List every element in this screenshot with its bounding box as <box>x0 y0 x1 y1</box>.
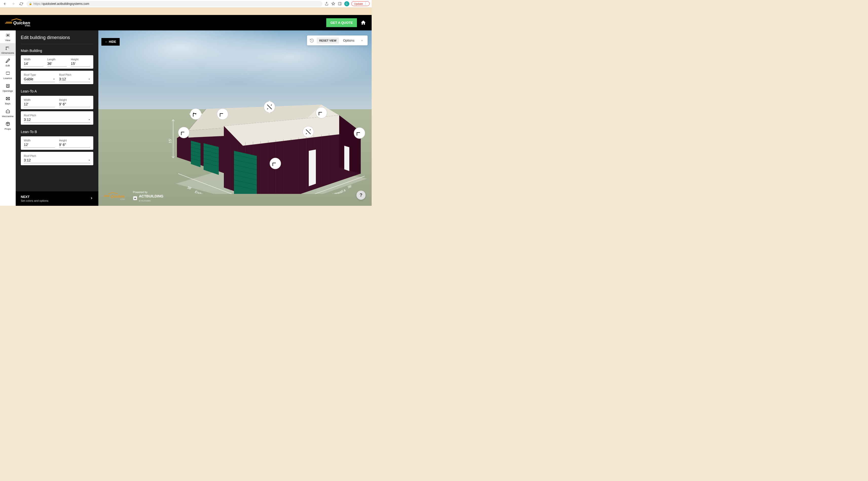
help-button[interactable]: ? <box>356 191 366 200</box>
svg-rect-13 <box>7 86 8 88</box>
browser-chrome: 🔒 https://quicksteel.actbuildingsystems.… <box>0 0 372 8</box>
update-button[interactable]: Update ⋮ <box>351 1 370 6</box>
chevron-down-icon <box>361 39 364 42</box>
act-building-logo: ACTBUILDINGSYSTEMS <box>133 194 163 202</box>
rail-bays[interactable]: Bays <box>0 94 16 106</box>
svg-point-71 <box>217 108 228 120</box>
share-icon[interactable] <box>324 2 329 6</box>
rail-dimensions[interactable]: Dimensions <box>0 43 16 56</box>
resize-handle[interactable] <box>316 107 327 118</box>
resize-handle[interactable] <box>303 126 314 137</box>
rail-mezzanine[interactable]: Mezzanine <box>0 106 16 119</box>
svg-point-77 <box>270 158 281 169</box>
resize-handle[interactable] <box>190 108 201 120</box>
svg-rect-78 <box>104 195 110 196</box>
cube-icon <box>5 121 11 127</box>
leanto-b-height-field[interactable]: Height 9' 6" <box>59 139 90 148</box>
dim-height-text: 15' <box>168 139 172 143</box>
svg-point-10 <box>6 47 6 47</box>
height-field[interactable]: Height 15' <box>71 58 90 67</box>
rail-label: Edit <box>6 64 10 67</box>
roof-pitch-field[interactable]: Roof Pitch 3:12▼ <box>59 73 90 82</box>
resize-handle[interactable] <box>217 108 228 120</box>
svg-rect-0 <box>338 2 341 5</box>
svg-rect-79 <box>103 196 110 197</box>
history-icon[interactable] <box>309 37 315 44</box>
resize-handle[interactable] <box>270 158 281 169</box>
rail-label: Bays <box>5 102 10 105</box>
eye-icon <box>5 32 11 38</box>
leanto-a-dimensions-card: Width 12' Height 9' 6" <box>21 96 93 109</box>
rail-leantos[interactable]: Leantos <box>0 68 16 81</box>
footer-credits: Quicken STEEL Powered by ACTBUILDINGSYST… <box>103 191 163 202</box>
rail-props[interactable]: Props <box>0 119 16 132</box>
leanto-a-width-field[interactable]: Width 12' <box>24 98 55 107</box>
next-label: NEXT <box>21 195 90 199</box>
url-bar[interactable]: 🔒 https://quicksteel.actbuildingsystems.… <box>26 1 322 7</box>
bays-icon <box>5 96 11 101</box>
svg-marker-61 <box>309 150 316 186</box>
view-controls: RESET VIEW Options <box>307 35 368 45</box>
resize-handle[interactable] <box>264 101 275 113</box>
leanto-a-height-field[interactable]: Height 9' 6" <box>59 98 90 107</box>
star-icon[interactable] <box>331 2 336 6</box>
svg-point-74 <box>178 127 189 138</box>
3d-viewport[interactable]: ← HIDE RESET VIEW Options <box>98 30 372 206</box>
rail-label: Openings <box>3 90 13 92</box>
svg-point-8 <box>8 35 8 35</box>
leanto-b-heading: Lean-To B <box>21 130 93 134</box>
svg-text:STEEL: STEEL <box>25 25 31 27</box>
svg-rect-2 <box>6 22 12 23</box>
rail-label: Props <box>5 127 11 130</box>
leanto-b-roof-pitch-field[interactable]: Roof Pitch 3:12▼ <box>24 154 90 163</box>
rail-openings[interactable]: Openings <box>0 81 16 94</box>
profile-avatar[interactable]: C <box>344 1 349 6</box>
leanto-icon <box>5 70 11 76</box>
openings-icon <box>5 83 11 89</box>
tab-strip-area <box>0 8 372 15</box>
chevron-right-icon <box>90 196 93 201</box>
length-field[interactable]: Length 36' <box>48 58 67 67</box>
back-button[interactable] <box>2 1 8 7</box>
reset-view-button[interactable]: RESET VIEW <box>317 37 339 43</box>
panel-icon[interactable] <box>338 2 342 6</box>
leanto-b-width-field[interactable]: Width 12' <box>24 139 55 148</box>
rail-label: Leantos <box>4 77 12 79</box>
rail-label: Mezzanine <box>2 115 14 118</box>
leanto-a-roof-pitch-field[interactable]: Roof Pitch 3:12▼ <box>24 114 90 123</box>
next-button[interactable]: NEXT Set colors and options <box>16 191 98 206</box>
get-quote-button[interactable]: GET A QUOTE <box>326 18 357 27</box>
rail-label: Dimensions <box>2 52 14 54</box>
svg-text:STEEL: STEEL <box>120 198 125 200</box>
powered-by-text: Powered by <box>133 191 163 194</box>
width-field[interactable]: Width 14' <box>24 58 43 67</box>
resize-handle[interactable] <box>354 127 365 139</box>
home-icon[interactable] <box>361 20 367 26</box>
pencil-icon <box>5 58 11 63</box>
svg-rect-12 <box>6 85 9 88</box>
rail-label: View <box>5 39 10 41</box>
quicken-steel-logo: Quicken STEEL <box>5 18 35 27</box>
svg-point-76 <box>354 127 365 139</box>
leanto-b-roof-card: Roof Pitch 3:12▼ <box>21 152 93 165</box>
icon-rail: View Dimensions Edit Leantos Openings Ba… <box>0 30 16 206</box>
forward-button[interactable] <box>10 1 16 7</box>
rail-edit[interactable]: Edit <box>0 56 16 68</box>
chevron-down-icon: ▼ <box>88 159 90 161</box>
roof-type-field[interactable]: Roof Type Gable▼ <box>24 73 55 82</box>
svg-rect-3 <box>5 23 12 24</box>
options-dropdown[interactable]: Options <box>340 37 366 44</box>
next-subtitle: Set colors and options <box>21 199 90 202</box>
panel-title: Edit building dimensions <box>21 35 93 44</box>
hide-panel-button[interactable]: ← HIDE <box>101 38 120 45</box>
svg-marker-26 <box>339 115 361 173</box>
rail-view[interactable]: View <box>0 30 16 43</box>
reload-button[interactable] <box>18 1 24 7</box>
building-3d-model[interactable]: 15' Endwall A 38' Sidewall A 36' <box>134 67 367 194</box>
resize-handle[interactable] <box>178 127 189 138</box>
mezzanine-icon <box>5 108 11 114</box>
chevron-down-icon: ▼ <box>88 78 90 81</box>
svg-point-11 <box>8 47 8 47</box>
svg-text:Quicken: Quicken <box>111 194 124 198</box>
chevron-down-icon: ▼ <box>88 119 90 121</box>
